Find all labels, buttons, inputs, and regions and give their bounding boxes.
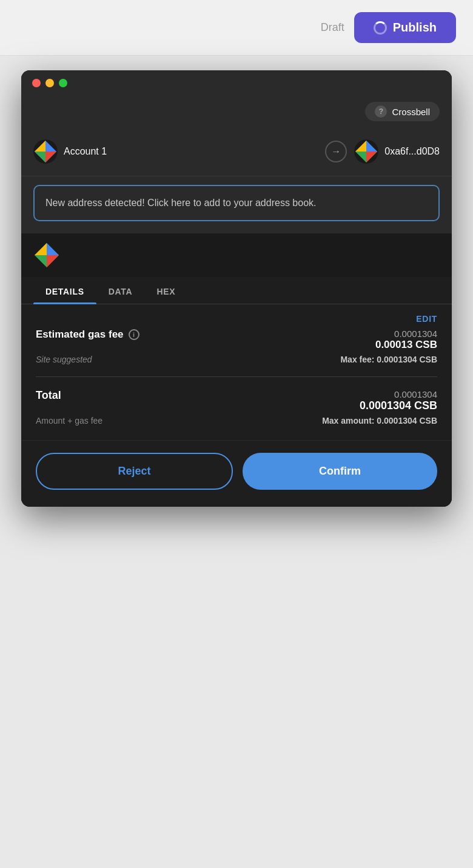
tab-hex[interactable]: HEX bbox=[144, 277, 187, 304]
account-avatar bbox=[33, 139, 58, 164]
tab-details[interactable]: DETAILS bbox=[33, 277, 96, 304]
gas-fee-secondary: 0.0001304 bbox=[375, 329, 437, 339]
publish-button[interactable]: Publish bbox=[354, 12, 456, 43]
top-bar: Draft Publish bbox=[0, 0, 473, 56]
gas-fee-label: Estimated gas fee i bbox=[36, 329, 139, 341]
recipient-address: 0xa6f...d0D8 bbox=[384, 146, 440, 157]
edit-link[interactable]: EDIT bbox=[36, 314, 437, 324]
tab-bar: DETAILS DATA HEX bbox=[21, 277, 452, 304]
total-primary: 0.0001304 CSB bbox=[360, 399, 437, 412]
tab-data[interactable]: DATA bbox=[96, 277, 145, 304]
info-icon[interactable]: i bbox=[129, 329, 139, 340]
details-section: EDIT Estimated gas fee i 0.0001304 0.000… bbox=[21, 304, 452, 440]
gas-fee-row: Estimated gas fee i 0.0001304 0.00013 CS… bbox=[36, 329, 437, 351]
traffic-lights bbox=[32, 79, 67, 87]
close-button[interactable] bbox=[32, 79, 41, 87]
recipient-band bbox=[21, 233, 452, 277]
amount-gas-label: Amount + gas fee bbox=[36, 416, 102, 426]
recipient-avatar bbox=[354, 139, 378, 164]
network-name: Crossbell bbox=[392, 107, 430, 117]
total-sub-row: Amount + gas fee Max amount: 0.0001304 C… bbox=[36, 416, 437, 426]
minimize-button[interactable] bbox=[45, 79, 54, 87]
help-icon: ? bbox=[375, 105, 387, 118]
confirm-button[interactable]: Confirm bbox=[243, 453, 437, 490]
recipient-band-avatar bbox=[33, 242, 60, 269]
network-section: ? Crossbell bbox=[21, 96, 452, 131]
metamask-window: ? Crossbell Account 1 → bbox=[21, 70, 452, 507]
address-notice-section: New address detected! Click here to add … bbox=[21, 176, 452, 233]
account-row: Account 1 → 0xa6f...d0D8 bbox=[21, 131, 452, 176]
total-values: 0.0001304 0.0001304 CSB bbox=[360, 389, 437, 412]
maximize-button[interactable] bbox=[59, 79, 67, 87]
max-amount-value: 0.0001304 CSB bbox=[377, 416, 437, 426]
publish-label: Publish bbox=[393, 21, 437, 35]
gas-fee-primary: 0.00013 CSB bbox=[375, 339, 437, 351]
address-notice-box[interactable]: New address detected! Click here to add … bbox=[33, 185, 440, 221]
site-suggested-label: Site suggested bbox=[36, 355, 92, 364]
draft-label: Draft bbox=[321, 21, 344, 34]
address-notice-text: New address detected! Click here to add … bbox=[45, 198, 316, 208]
total-secondary: 0.0001304 bbox=[360, 389, 437, 399]
total-row: Total 0.0001304 0.0001304 CSB bbox=[36, 389, 437, 412]
max-fee-value: 0.0001304 CSB bbox=[377, 355, 437, 364]
network-badge[interactable]: ? Crossbell bbox=[365, 102, 440, 121]
spinner-icon bbox=[374, 21, 387, 35]
action-buttons: Reject Confirm bbox=[21, 440, 452, 507]
arrow-icon: → bbox=[325, 141, 347, 162]
section-divider bbox=[36, 376, 437, 377]
total-label: Total bbox=[36, 389, 61, 402]
account-name: Account 1 bbox=[64, 146, 325, 157]
gas-fee-values: 0.0001304 0.00013 CSB bbox=[375, 329, 437, 351]
gas-fee-sub-row: Site suggested Max fee: 0.0001304 CSB bbox=[36, 355, 437, 364]
reject-button[interactable]: Reject bbox=[36, 453, 233, 490]
title-bar bbox=[21, 70, 452, 96]
max-fee-label: Max fee: 0.0001304 CSB bbox=[340, 355, 437, 364]
max-amount-label: Max amount: 0.0001304 CSB bbox=[322, 416, 437, 426]
